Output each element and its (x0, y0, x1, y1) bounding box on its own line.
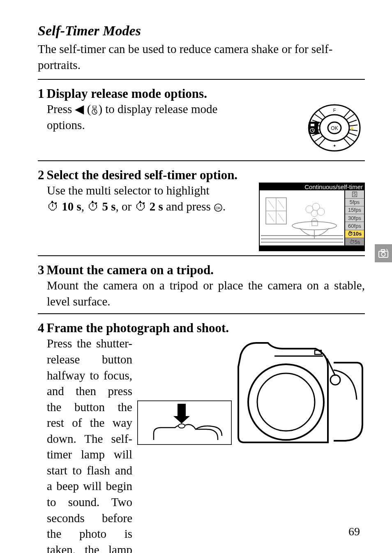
divider (38, 255, 365, 256)
step-1-paren-close: ) to display release mode (98, 102, 217, 116)
step-4-title: Frame the photograph and shoot. (47, 321, 229, 336)
svg-point-45 (178, 424, 185, 428)
step-4: 4 Frame the photograph and shoot. Press … (38, 321, 365, 553)
left-arrow-icon: ◀ (75, 102, 84, 116)
sep1: , (81, 200, 88, 213)
step-4-number: 4 (38, 321, 44, 336)
lcd-item-30fps: 30fps (345, 214, 364, 222)
lcd-item-single: S (345, 190, 364, 198)
svg-rect-53 (381, 250, 385, 252)
ok-button-icon: OK (214, 203, 223, 212)
svg-point-37 (306, 206, 313, 213)
lcd-mode-strip: S 5fps 15fps 30fps 60fps ⏱10s ⏱5s (344, 190, 364, 245)
lcd-item-10s: ⏱10s (345, 230, 364, 238)
svg-point-48 (330, 375, 340, 385)
svg-text:OK: OK (331, 125, 338, 131)
lcd-item-5s: ⏱5s (345, 238, 364, 245)
step-1-body-prefix: Press (47, 102, 75, 116)
page-number: 69 (348, 525, 360, 538)
intro-line1: The self-timer can be used to reduce cam… (38, 42, 332, 56)
step-2: 2 Select the desired self-timer option. … (38, 168, 365, 251)
svg-point-54 (382, 252, 385, 256)
intro-text: The self-timer can be used to reduce cam… (38, 41, 365, 73)
svg-text:⚡: ⚡ (349, 126, 355, 131)
camera-tab-icon (378, 248, 389, 259)
step-2-body: Use the multi selector to highlight ⏱ 10… (47, 183, 254, 214)
step-3-body: Mount the camera on a tripod or place th… (47, 278, 365, 309)
step-1: 1 Display release mode options. Press ◀ … (38, 86, 365, 156)
svg-text:OK: OK (216, 206, 221, 210)
step-3: 3 Mount the camera on a tripod. Mount th… (38, 263, 365, 309)
tail: and press (163, 200, 214, 213)
camera-front-icon (233, 338, 365, 445)
svg-line-3 (95, 112, 96, 113)
side-tab (375, 244, 392, 262)
section-title: Self-Timer Modes (38, 23, 365, 39)
svg-line-33 (268, 213, 274, 222)
step-2-line1: Use the multi selector to highlight (47, 184, 209, 197)
divider (38, 79, 365, 80)
svg-line-34 (278, 213, 284, 222)
lcd-scene (260, 190, 344, 245)
svg-point-39 (317, 208, 325, 215)
timer-10s: 10 s (62, 200, 81, 213)
step-4-body: Press the shutter-release button halfway… (47, 336, 132, 553)
timer-2s: 2 s (150, 200, 163, 213)
release-mode-icon (91, 106, 98, 115)
step-1-number: 1 (38, 86, 44, 101)
lcd-item-60fps: 60fps (345, 222, 364, 230)
svg-line-31 (268, 200, 274, 208)
timer-icon: ⏱ (47, 200, 59, 213)
svg-line-32 (278, 200, 284, 208)
svg-rect-0 (93, 106, 96, 108)
step-3-number: 3 (38, 263, 44, 278)
multi-selector-figure: OK F ⚡ ✦ (295, 101, 365, 156)
divider (38, 313, 365, 314)
step-1-paren-open: ( (84, 102, 91, 116)
multi-selector-dial-icon: OK F ⚡ ✦ (295, 101, 365, 155)
timer-icon: ⏱ (87, 200, 99, 213)
svg-text:✦: ✦ (333, 143, 336, 148)
step-1-body: Press ◀ () to display release mode optio… (47, 101, 290, 133)
lcd-item-5fps: 5fps (345, 199, 364, 206)
lcd-item-15fps: 15fps (345, 206, 364, 214)
step-2-title: Select the desired self-timer option. (47, 168, 238, 183)
step-3-title: Mount the camera on a tripod. (47, 263, 214, 278)
lcd-screenshot: Continuous/self-timer (259, 183, 365, 251)
svg-marker-55 (386, 249, 388, 251)
timer-icon: ⏱ (135, 200, 147, 213)
step-4-figures (137, 336, 365, 447)
svg-rect-43 (178, 404, 186, 416)
step-2-number: 2 (38, 168, 44, 183)
sep2: , or (116, 200, 135, 213)
lcd-title: Continuous/self-timer (260, 183, 364, 190)
divider (38, 160, 365, 161)
step-1-title: Display release mode options. (47, 86, 207, 101)
lcd-footer (260, 245, 364, 250)
timer-5s: 5 s (102, 200, 116, 213)
intro-line2: portraits. (38, 58, 81, 72)
svg-point-38 (312, 203, 320, 211)
shutter-press-icon (137, 400, 232, 445)
tail2: . (223, 200, 226, 213)
svg-rect-19 (311, 124, 314, 126)
step-1-body-line2: options. (47, 118, 85, 132)
svg-point-40 (311, 210, 318, 217)
svg-text:F: F (333, 108, 336, 113)
svg-point-47 (257, 373, 315, 431)
